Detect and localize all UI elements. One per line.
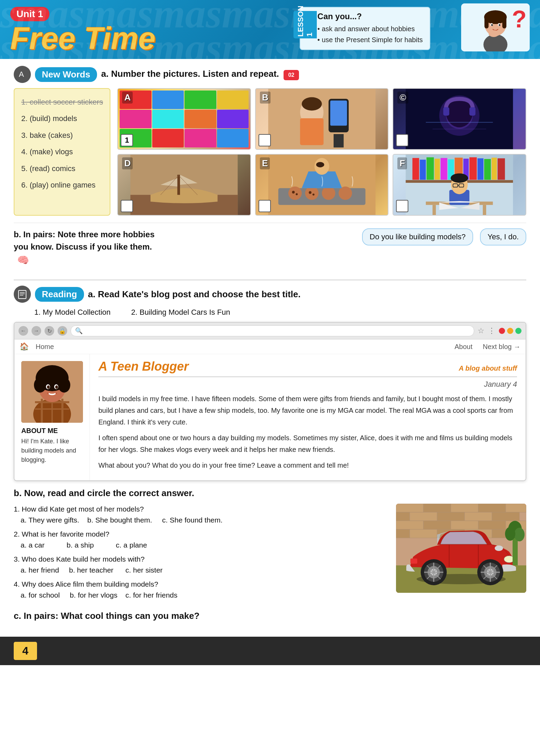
- blog-paragraph-1: I build models in my free time. I have f…: [98, 393, 517, 428]
- image-number-c[interactable]: [396, 134, 408, 146]
- blog-main: A Teen Blogger A blog about stuff Januar…: [90, 354, 526, 480]
- reading-label: Reading: [35, 287, 84, 302]
- browser-nav-bar: 🏠 Home About Next blog →: [14, 339, 526, 354]
- next-blog-link[interactable]: Next blog →: [483, 343, 520, 351]
- svg-point-9: [491, 24, 493, 26]
- svg-rect-103: [396, 521, 423, 529]
- lesson-box: LESSON 1 Can you...? • ask and answer ab…: [300, 7, 430, 50]
- home-icon: 🏠: [20, 342, 29, 351]
- can-you-item-2: • use the Present Simple for habits: [317, 34, 423, 45]
- blog-title-row: A Teen Blogger A blog about stuff: [98, 359, 517, 374]
- image-number-e[interactable]: [259, 200, 271, 212]
- reading-title-2: 2. Building Model Cars Is Fun: [131, 308, 230, 317]
- image-d: D: [117, 154, 251, 216]
- image-number-d[interactable]: [121, 200, 133, 212]
- svg-point-42: [309, 191, 312, 194]
- part-b-area: b. In pairs: Note three more hobbies you…: [14, 223, 526, 273]
- about-me-text: Hi! I'm Kate. I like building models and…: [21, 437, 83, 465]
- svg-point-137: [505, 527, 515, 541]
- blog-paragraph-3: What about you? What do you do in your f…: [98, 459, 517, 471]
- browser-toolbar: ← → ↻ 🔒 🔍 ☆ ⋮: [14, 323, 526, 339]
- svg-rect-57: [470, 157, 477, 180]
- svg-rect-60: [492, 158, 497, 180]
- svg-text:?: ?: [512, 6, 527, 33]
- traffic-light-red[interactable]: [499, 328, 505, 334]
- image-number-f[interactable]: [396, 200, 408, 212]
- traffic-lights: [499, 328, 521, 334]
- part-b-text: b. In pairs: Note three more hobbies you…: [14, 228, 168, 267]
- svg-rect-26: [470, 107, 476, 116]
- image-label-d: D: [122, 157, 133, 169]
- word-list-box: 1. collect soccer stickers 2. (build) mo…: [14, 88, 110, 216]
- image-number-a[interactable]: 1: [121, 134, 133, 146]
- browser-nav-links: About Next blog →: [455, 343, 520, 351]
- images-grid: A 1 B: [117, 88, 526, 216]
- header-illustration: ?: [461, 3, 530, 51]
- browser-forward-button[interactable]: →: [32, 326, 41, 336]
- traffic-light-green[interactable]: [515, 328, 521, 334]
- browser-url-bar[interactable]: 🔍: [71, 325, 474, 336]
- page-title: Free Time: [10, 23, 530, 54]
- browser-menu-icon[interactable]: ⋮: [488, 326, 495, 335]
- traffic-light-yellow[interactable]: [507, 328, 513, 334]
- browser-lock-button[interactable]: 🔒: [58, 326, 67, 336]
- svg-point-40: [292, 191, 295, 194]
- browser-refresh-button[interactable]: ↻: [45, 326, 54, 336]
- can-you-item-1: • ask and answer about hobbies: [317, 23, 423, 34]
- page-number: 4: [14, 642, 37, 660]
- browser-star-icon[interactable]: ☆: [478, 326, 484, 335]
- about-link[interactable]: About: [455, 343, 472, 351]
- browser-home-link[interactable]: Home: [36, 343, 54, 351]
- blog-divider: [98, 376, 517, 377]
- new-words-label: New Words: [35, 67, 97, 82]
- svg-rect-106: [478, 521, 506, 529]
- svg-rect-58: [478, 158, 484, 180]
- svg-rect-101: [465, 512, 492, 521]
- unit-label: Unit 1: [10, 7, 49, 21]
- image-label-c: ©: [397, 92, 408, 104]
- blog-title: A Teen Blogger: [98, 359, 189, 374]
- svg-rect-65: [483, 205, 487, 215]
- svg-rect-104: [423, 521, 451, 529]
- image-label-b: B: [260, 92, 271, 104]
- svg-rect-99: [410, 512, 437, 521]
- image-c: ©: [393, 88, 526, 150]
- blog-sidebar: ABOUT ME Hi! I'm Kate. I like building m…: [14, 354, 90, 480]
- svg-point-10: [499, 24, 501, 26]
- question-1: 1. How did Kate get most of her models? …: [14, 504, 389, 525]
- svg-rect-94: [423, 504, 451, 512]
- speech-bubble-1: Do you like building models?: [362, 228, 473, 245]
- new-words-icon: A: [14, 66, 31, 83]
- word-item-5: 5. (read) comics: [21, 160, 103, 177]
- browser-back-button[interactable]: ←: [19, 326, 28, 336]
- image-b: B: [255, 88, 389, 150]
- svg-point-91: [55, 385, 58, 389]
- image-label-e: E: [260, 157, 270, 169]
- word-item-6: 6. (play) online games: [21, 177, 103, 193]
- svg-rect-5: [484, 16, 489, 28]
- word-item-4: 4. (make) vlogs: [21, 144, 103, 160]
- reading-icon: [14, 286, 31, 303]
- svg-point-43: [312, 193, 314, 195]
- reading-titles-row: 1. My Model Collection 2. Building Model…: [34, 308, 526, 317]
- image-e: E: [255, 154, 389, 216]
- about-me-title: ABOUT ME: [21, 427, 83, 435]
- svg-rect-17: [300, 118, 323, 145]
- page-footer: 4: [0, 637, 540, 665]
- svg-rect-64: [433, 205, 436, 215]
- questions-title: b. Now, read and circle the correct answ…: [14, 488, 526, 499]
- svg-rect-96: [478, 504, 506, 512]
- questions-area: 1. How did Kate get most of her models? …: [14, 504, 526, 604]
- svg-rect-51: [427, 157, 434, 180]
- new-words-area: 1. collect soccer stickers 2. (build) mo…: [14, 88, 526, 216]
- image-a: A 1: [117, 88, 251, 150]
- image-number-b[interactable]: [259, 134, 271, 146]
- svg-text:A: A: [19, 70, 24, 79]
- part-c-text: c. In pairs: What cool things can you ma…: [14, 611, 526, 621]
- unit-badge: Unit 1: [10, 7, 530, 23]
- svg-rect-53: [441, 158, 447, 180]
- svg-rect-19: [330, 100, 347, 125]
- image-f: F: [393, 154, 526, 216]
- reading-section: Reading a. Read Kate's blog post and cho…: [14, 279, 526, 621]
- audio-icon[interactable]: 02: [284, 70, 299, 80]
